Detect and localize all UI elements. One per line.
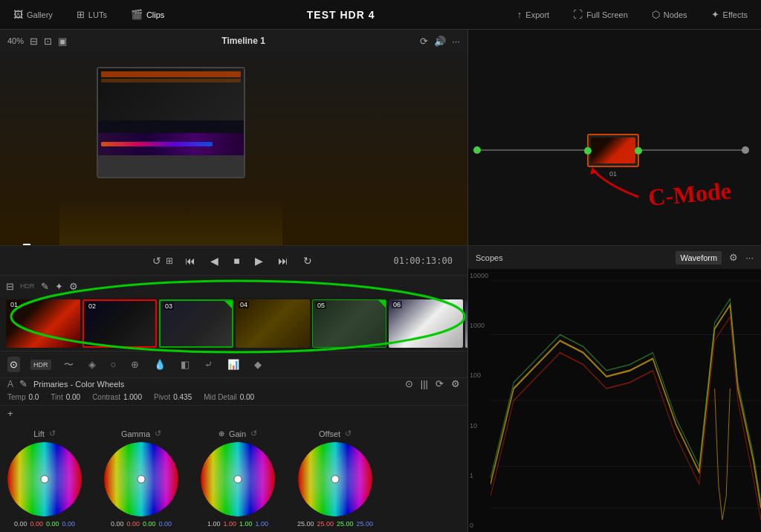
nav-effects-label: Effects (723, 10, 748, 19)
clip-thumb-6[interactable]: 06 (389, 299, 463, 348)
preview-header: 40% ⊟ ⊡ ▣ Timeline 1 ⟳ 🔊 ··· (0, 30, 467, 52)
hdr-tool-button[interactable]: HDR (30, 360, 51, 370)
gain-reset[interactable]: ↺ (250, 429, 257, 438)
panel-bars-icon[interactable]: ||| (421, 378, 428, 389)
sync-icon[interactable]: ⟳ (420, 36, 428, 47)
scope-btn[interactable]: 📊 (225, 357, 242, 372)
lift-val-r: 0.00 (30, 520, 43, 528)
scopes-title: Scopes (476, 253, 503, 262)
offset-reset[interactable]: ↺ (345, 429, 352, 438)
gamma-wheel[interactable] (104, 442, 178, 516)
clip-thumb-1[interactable]: 01 (6, 299, 80, 348)
clips-icon: 🎬 (131, 9, 143, 20)
hdr-label: HDR (20, 282, 35, 290)
nav-export[interactable]: ↑ Export (511, 6, 555, 23)
clip-num-1: 01 (9, 301, 19, 308)
clip-thumb-4[interactable]: 04 (236, 299, 310, 348)
tracking-tool-button[interactable]: ⊕ (129, 357, 141, 372)
copy-tool-button[interactable]: ⤶ (202, 357, 215, 372)
contrast-group: Contrast 1.000 (92, 393, 142, 401)
clip-settings-icon[interactable]: ⚙ (69, 281, 78, 292)
panel-header-left: A ✎ Primaries - Color Wheels (7, 378, 124, 389)
y-label-1: 1 (470, 472, 488, 479)
gamma-label: Gamma (121, 429, 150, 438)
eyedropper-icon[interactable]: ✎ (19, 378, 27, 389)
pivot-label: Pivot (154, 393, 170, 401)
skip-to-end-button[interactable]: ⏭ (275, 252, 291, 270)
node-input-dot[interactable] (584, 147, 592, 155)
stop-button[interactable]: ■ (230, 252, 242, 270)
gain-wheel[interactable] (201, 442, 275, 516)
skip-back-icon: ⊞ (166, 256, 173, 266)
nav-effects[interactable]: ✦ Effects (705, 6, 754, 23)
offset-header: Offset ↺ (297, 429, 373, 438)
more-icon[interactable]: ··· (452, 36, 460, 47)
add-reset-row: + (0, 406, 467, 421)
nav-gallery[interactable]: 🖼 Gallery (7, 6, 59, 23)
lift-wheel[interactable] (7, 442, 82, 516)
magic-mask-button[interactable]: 💧 (152, 357, 168, 372)
node-thumbnail (591, 137, 635, 163)
gain-val-0: 1.00 (207, 520, 221, 528)
clip-num-2: 02 (87, 302, 97, 310)
nodes-icon: ⬡ (652, 9, 660, 20)
nav-luts[interactable]: ⊞ LUTs (71, 6, 113, 23)
y-label-0: 0 (470, 522, 488, 529)
loop-button[interactable]: ↻ (300, 252, 315, 270)
offset-wheel[interactable] (298, 442, 372, 516)
scope-settings-icon[interactable]: ⚙ (729, 252, 738, 263)
node-output-dot[interactable] (635, 147, 642, 155)
qualify-tool-button[interactable]: ◈ (86, 357, 98, 372)
svg-point-4 (41, 476, 48, 483)
clip-magic-icon[interactable]: ✦ (55, 281, 63, 292)
video-preview[interactable] (0, 52, 467, 245)
nav-clips[interactable]: 🎬 Clips (125, 6, 170, 23)
waveform-display: 10000 1000 100 10 1 0 (468, 269, 761, 532)
video-placeholder (0, 52, 467, 245)
clip-num-6: 06 (392, 301, 402, 308)
scope-more-icon[interactable]: ··· (745, 252, 754, 263)
clip-thumb-2[interactable]: 02 (82, 299, 157, 348)
icon-grid1: ⊟ (30, 36, 38, 47)
nav-fullscreen[interactable]: ⛶ Full Screen (567, 6, 634, 23)
zoom-label: 40% (7, 36, 24, 45)
waveform-svg (490, 269, 761, 532)
reset-tool-button[interactable]: ◆ (252, 357, 264, 372)
node-label: 01 (609, 170, 617, 178)
rotate-ccw-icon: ↺ (152, 255, 161, 267)
play-button[interactable]: ▶ (252, 252, 266, 270)
lift-val-b: 0.00 (62, 520, 76, 528)
preview-header-right: ⟳ 🔊 ··· (420, 36, 460, 47)
luts-icon: ⊞ (77, 9, 85, 20)
add-icon[interactable]: + (7, 408, 13, 419)
clip-thumb-5[interactable]: 05 (312, 299, 386, 348)
pivot-value: 0.435 (173, 393, 192, 401)
clip-thumb-7[interactable]: 07 (465, 299, 467, 348)
nav-nodes[interactable]: ⬡ Nodes (646, 6, 693, 23)
clip-thumb-3[interactable]: 03 (159, 299, 233, 348)
shapes-tool-button[interactable]: ○ (109, 357, 119, 372)
prev-frame-button[interactable]: ◀ (207, 252, 221, 270)
temp-label: Temp (7, 393, 25, 401)
audio-icon[interactable]: 🔊 (434, 36, 446, 47)
right-panel: 01 C-Mode Scopes Waveform ⚙ ··· (468, 30, 761, 532)
panel-clock-icon[interactable]: ⊙ (405, 378, 413, 389)
scope-tab-waveform[interactable]: Waveform (676, 251, 722, 265)
clip-view-icon[interactable]: ⊟ (6, 281, 14, 292)
node-01[interactable]: 01 (587, 134, 639, 167)
lift-reset[interactable]: ↺ (49, 429, 56, 438)
y-label-100: 100 (470, 372, 488, 379)
wipe-tool-button[interactable]: ◧ (178, 357, 192, 372)
nav-gallery-label: Gallery (27, 10, 53, 19)
panel-sync-icon[interactable]: ⟳ (435, 378, 444, 389)
c-mode-annotation: C-Mode (647, 177, 733, 212)
curve-tool-button[interactable]: 〜 (62, 356, 76, 374)
panel-settings-icon[interactable]: ⚙ (451, 378, 460, 389)
clip-tools-icon[interactable]: ✎ (41, 281, 49, 292)
skip-to-start-button[interactable]: ⏮ (182, 252, 198, 270)
gamma-reset[interactable]: ↺ (155, 429, 161, 438)
gamma-group: Gamma ↺ 0.00 0.00 0.00 (104, 429, 178, 532)
gamma-val-0: 0.00 (111, 520, 124, 528)
node-editor[interactable]: 01 C-Mode (468, 30, 761, 245)
circle-tool-button[interactable]: ⊙ (7, 357, 20, 372)
